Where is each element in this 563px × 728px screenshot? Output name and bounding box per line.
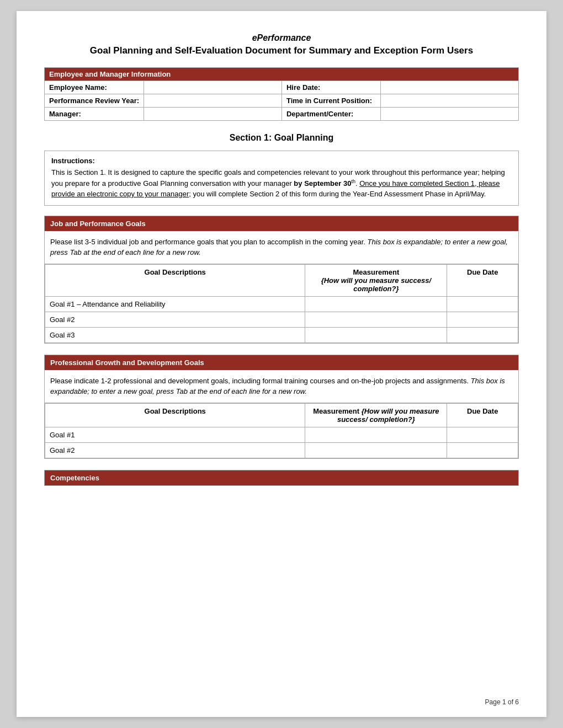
prof-goal-desc-0[interactable]: Goal #1: [45, 427, 305, 442]
prof-goal-row: Goal #2: [45, 442, 518, 458]
job-goal-row: Goal #3: [45, 327, 518, 342]
doc-title-main: Goal Planning and Self-Evaluation Docume…: [44, 45, 519, 56]
competencies-header: Competencies: [45, 470, 518, 485]
prof-goal-row: Goal #1: [45, 427, 518, 442]
prof-goal-date-0[interactable]: [447, 427, 518, 442]
prof-goal-measure-1[interactable]: [305, 442, 447, 458]
job-col-date-header: Due Date: [447, 264, 518, 296]
job-col-desc-header: Goal Descriptions: [45, 264, 305, 296]
job-goal-measure-2[interactable]: [305, 327, 447, 342]
perf-review-label: Performance Review Year:: [45, 94, 144, 108]
instructions-box: Instructions: This is Section 1. It is d…: [44, 151, 519, 206]
perf-review-value[interactable]: [144, 94, 282, 108]
job-goal-date-1[interactable]: [447, 312, 518, 327]
job-col-measure-italic: {How will you measure success/ completio…: [321, 276, 431, 293]
employee-name-value[interactable]: [144, 81, 282, 94]
footer-text: Page 1 of 6: [485, 698, 519, 706]
job-col-measure-bold: Measurement: [353, 268, 399, 276]
page-footer: Page 1 of 6: [485, 698, 519, 706]
professional-goals-section: Professional Growth and Development Goal…: [44, 355, 519, 459]
job-col-measure-header: Measurement {How will you measure succes…: [305, 264, 447, 296]
time-position-value[interactable]: [381, 94, 519, 108]
instructions-text: This is Section 1. It is designed to cap…: [51, 167, 512, 200]
prof-col-desc-label: Goal Descriptions: [145, 407, 206, 415]
prof-col-measure-bold: Measurement: [313, 407, 359, 415]
job-goals-table: Goal Descriptions Measurement {How will …: [45, 264, 518, 343]
prof-col-date-header: Due Date: [447, 403, 518, 427]
job-goal-date-0[interactable]: [447, 296, 518, 312]
job-goals-section: Job and Performance Goals Please list 3-…: [44, 216, 519, 344]
employee-name-label: Employee Name:: [45, 81, 144, 94]
job-col-desc-label: Goal Descriptions: [145, 268, 206, 276]
job-goals-description: Please list 3-5 individual job and perfo…: [45, 231, 518, 264]
section1-title: Section 1: Goal Planning: [44, 133, 519, 143]
job-goal-measure-1[interactable]: [305, 312, 447, 327]
department-label: Department/Center:: [282, 108, 380, 121]
prof-col-desc-header: Goal Descriptions: [45, 403, 305, 427]
instr-bold: by September 30: [294, 179, 351, 188]
page: ePerformance Goal Planning and Self-Eval…: [17, 11, 546, 717]
doc-title-italic: ePerformance: [44, 33, 519, 43]
manager-value[interactable]: [144, 108, 282, 121]
job-goal-desc-0[interactable]: Goal #1 – Attendance and Reliability: [45, 296, 305, 312]
employee-info-header: Employee and Manager Information: [45, 68, 519, 81]
job-goal-measure-0[interactable]: [305, 296, 447, 312]
job-goals-header: Job and Performance Goals: [45, 216, 518, 231]
professional-goals-header: Professional Growth and Development Goal…: [45, 355, 518, 370]
professional-goals-description: Please indicate 1-2 professional and dev…: [45, 370, 518, 403]
job-goals-desc-text: Please list 3-5 individual job and perfo…: [50, 238, 368, 246]
job-goal-row: Goal #2: [45, 312, 518, 327]
time-position-label: Time in Current Position:: [282, 94, 380, 108]
prof-col-measure-header: Measurement {How will you measure succes…: [305, 403, 447, 427]
job-goal-desc-2[interactable]: Goal #3: [45, 327, 305, 342]
instr-text3: ; you will complete Section 2 of this fo…: [189, 190, 486, 198]
professional-goals-table: Goal Descriptions Measurement {How will …: [45, 403, 518, 458]
employee-info-table: Employee and Manager Information Employe…: [44, 67, 519, 121]
prof-goal-date-1[interactable]: [447, 442, 518, 458]
job-goal-desc-1[interactable]: Goal #2: [45, 312, 305, 327]
department-value[interactable]: [381, 108, 519, 121]
hire-date-value[interactable]: [381, 81, 519, 94]
job-goal-row: Goal #1 – Attendance and Reliability: [45, 296, 518, 312]
job-goal-date-2[interactable]: [447, 327, 518, 342]
professional-goals-desc-text: Please indicate 1-2 professional and dev…: [50, 377, 471, 385]
manager-label: Manager:: [45, 108, 144, 121]
instructions-label: Instructions:: [51, 157, 512, 165]
hire-date-label: Hire Date:: [282, 81, 380, 94]
competencies-section: Competencies: [44, 470, 519, 486]
prof-goal-measure-0[interactable]: [305, 427, 447, 442]
instr-sup: th: [351, 179, 355, 184]
prof-goal-desc-1[interactable]: Goal #2: [45, 442, 305, 458]
